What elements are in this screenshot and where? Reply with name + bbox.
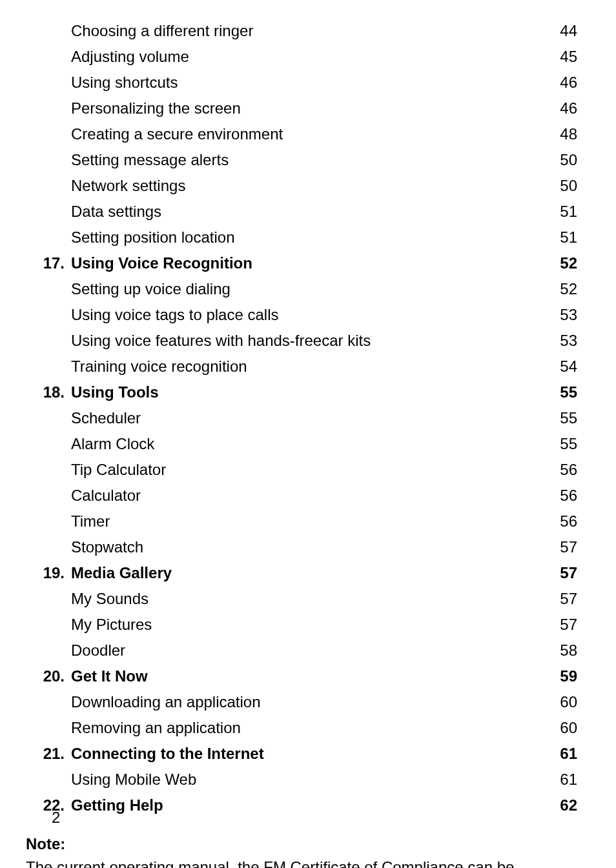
toc-row: Setting position location51	[26, 226, 577, 249]
toc-page: 45	[545, 45, 577, 68]
toc-number	[26, 355, 71, 378]
toc-title: Timer	[71, 510, 545, 533]
toc-row: Calculator56	[26, 484, 577, 507]
toc-row: 20.Get It Now59	[26, 665, 577, 688]
toc-row: 21.Connecting to the Internet61	[26, 742, 577, 765]
toc-row: Choosing a different ringer44	[26, 19, 577, 43]
toc-row: Data settings51	[26, 200, 577, 223]
toc-row: 22.Getting Help62	[26, 794, 577, 817]
page-number: 2	[52, 806, 60, 829]
toc-number	[26, 174, 71, 197]
toc-number	[26, 226, 71, 249]
toc-page: 51	[545, 200, 577, 223]
toc-row: Downloading an application60	[26, 691, 577, 714]
note-body: The current operating manual, the FM Cer…	[26, 856, 577, 868]
toc-title: My Pictures	[71, 613, 545, 636]
toc-page: 51	[545, 226, 577, 249]
toc-number	[26, 407, 71, 430]
toc-row: Alarm Clock55	[26, 432, 577, 456]
toc-title: Alarm Clock	[71, 432, 545, 456]
toc-number	[26, 71, 71, 94]
toc-row: Using shortcuts46	[26, 71, 577, 94]
toc-number	[26, 45, 71, 68]
toc-title: Creating a secure environment	[71, 123, 545, 146]
toc-page: 61	[545, 768, 577, 791]
toc-page: 61	[545, 742, 577, 765]
toc-title: Media Gallery	[71, 561, 545, 585]
toc-page: 62	[545, 794, 577, 817]
toc-title: Personalizing the screen	[71, 97, 545, 120]
toc-page: 56	[545, 510, 577, 533]
toc-number	[26, 329, 71, 352]
toc-title: Removing an application	[71, 716, 545, 740]
toc-number	[26, 123, 71, 146]
toc-page: 59	[545, 665, 577, 688]
toc-page: 53	[545, 303, 577, 327]
toc-title: Setting message alerts	[71, 148, 545, 172]
toc-number	[26, 510, 71, 533]
toc-row: Training voice recognition54	[26, 355, 577, 378]
toc-number: 20.	[26, 665, 71, 688]
toc-row: Adjusting volume45	[26, 45, 577, 68]
toc-row: My Sounds57	[26, 587, 577, 611]
toc-title: Setting up voice dialing	[71, 278, 545, 301]
toc-page: 57	[545, 536, 577, 559]
toc-page: 55	[545, 432, 577, 456]
toc-number	[26, 97, 71, 120]
toc-number	[26, 458, 71, 481]
toc-row: Using voice features with hands-freecar …	[26, 329, 577, 352]
toc-title: Calculator	[71, 484, 545, 507]
toc-page: 54	[545, 355, 577, 378]
toc-title: Stopwatch	[71, 536, 545, 559]
toc-number	[26, 639, 71, 662]
toc-row: Setting up voice dialing52	[26, 278, 577, 301]
toc-number: 19.	[26, 561, 71, 585]
toc-page: 44	[545, 19, 577, 43]
toc-number	[26, 432, 71, 456]
toc-title: Using shortcuts	[71, 71, 545, 94]
toc-number	[26, 716, 71, 740]
toc-page: 55	[545, 381, 577, 404]
toc-page: 60	[545, 691, 577, 714]
toc-row: Using voice tags to place calls53	[26, 303, 577, 327]
toc-page: 55	[545, 407, 577, 430]
toc-number	[26, 484, 71, 507]
toc-title: Using voice tags to place calls	[71, 303, 545, 327]
toc-title: Using Mobile Web	[71, 768, 545, 791]
toc-page: 48	[545, 123, 577, 146]
toc-number	[26, 148, 71, 172]
toc-title: Doodler	[71, 639, 545, 662]
toc-page: 60	[545, 716, 577, 740]
toc-row: My Pictures57	[26, 613, 577, 636]
toc-title: Connecting to the Internet	[71, 742, 545, 765]
toc-title: My Sounds	[71, 587, 545, 611]
toc-number	[26, 587, 71, 611]
toc-page: 57	[545, 613, 577, 636]
toc-number: 17.	[26, 252, 71, 275]
toc-page: 50	[545, 174, 577, 197]
toc-title: Data settings	[71, 200, 545, 223]
toc-title: Setting position location	[71, 226, 545, 249]
toc-page: 50	[545, 148, 577, 172]
toc-number	[26, 303, 71, 327]
toc-title: Using Tools	[71, 381, 545, 404]
toc-row: Using Mobile Web61	[26, 768, 577, 791]
toc-row: Stopwatch57	[26, 536, 577, 559]
toc-title: Getting Help	[71, 794, 545, 817]
toc-row: Scheduler55	[26, 407, 577, 430]
toc-number: 18.	[26, 381, 71, 404]
toc-row: Timer56	[26, 510, 577, 533]
toc-number: 22.	[26, 794, 71, 817]
toc-title: Scheduler	[71, 407, 545, 430]
toc-row: Removing an application60	[26, 716, 577, 740]
toc-number	[26, 278, 71, 301]
toc-number	[26, 613, 71, 636]
toc-row: 18.Using Tools55	[26, 381, 577, 404]
toc-page: 56	[545, 458, 577, 481]
note-label: Note:	[26, 833, 577, 856]
toc-page: 46	[545, 71, 577, 94]
toc-title: Network settings	[71, 174, 545, 197]
toc-page: 58	[545, 639, 577, 662]
toc-page: 57	[545, 587, 577, 611]
toc-row: Tip Calculator56	[26, 458, 577, 481]
